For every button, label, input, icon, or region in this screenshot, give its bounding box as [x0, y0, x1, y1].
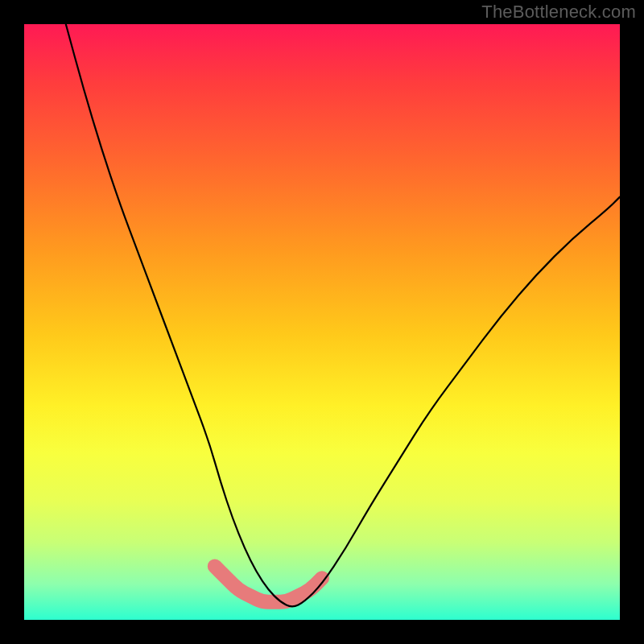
highlight-band-path	[215, 566, 322, 601]
chart-frame: TheBottleneck.com	[0, 0, 644, 644]
bottleneck-curve-path	[66, 24, 620, 606]
watermark-text: TheBottleneck.com	[481, 2, 636, 23]
curve-layer	[24, 24, 620, 620]
plot-area	[24, 24, 620, 620]
